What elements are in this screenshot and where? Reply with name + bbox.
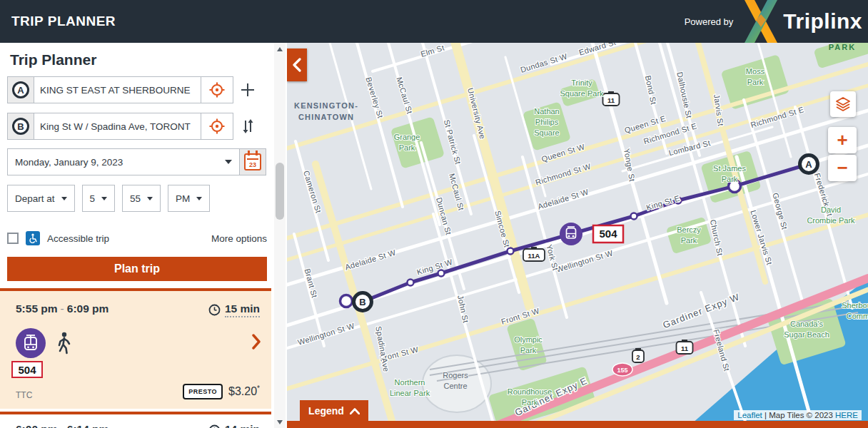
chevron-left-icon [292,58,302,72]
swap-od-button[interactable] [233,113,262,140]
map-label: Park [522,398,538,407]
calendar-button[interactable]: 23 [239,149,266,175]
map-marker-b-label[interactable]: B [359,297,365,307]
highway-shield-label: 11 [607,96,615,104]
map-label: Roundhouse [508,387,552,396]
map-label: PARK [829,43,856,51]
minute-select[interactable]: 55 [122,185,161,212]
map-label: Linear Park [390,389,430,397]
fare-amount: $3.20* [228,384,260,398]
layers-icon [834,96,852,113]
app-title: TRIP PLANNER [11,14,116,29]
fare-info: PRESTO $3.20* [183,384,260,399]
crosshair-icon [208,81,226,98]
map-label: Park [681,236,697,245]
app-header: TRIP PLANNER Powered by Triplinx [0,0,868,43]
origin-row: A [7,76,262,103]
map-label: Rogers [443,371,468,379]
depart-mode-value: Depart at [15,193,55,204]
map-marker-a-label[interactable]: A [805,159,812,170]
chevron-right-icon [251,334,261,350]
trip-times: 6:00 pm-6:14 pm [16,423,108,428]
time-row: Depart at 5 55 PM [7,185,210,212]
hour-select[interactable]: 5 [82,185,116,212]
map-label: Park [520,346,537,355]
zoom-in-button[interactable]: + [828,127,857,153]
accessible-checkbox[interactable] [7,233,19,244]
trip-times: 5:55 pm-6:09 pm [16,302,108,315]
highway-shield-label: 2 [636,353,640,361]
open-trip-chevron[interactable] [251,334,261,352]
meridiem-select[interactable]: PM [168,185,210,212]
origin-field-group: A [7,76,233,103]
highway-shield-crown [682,340,687,342]
chevron-up-icon [350,408,360,414]
chevron-down-icon [101,197,107,200]
map-canvas[interactable]: 1111A112155504ABElm StEdward StDundas St… [287,43,868,428]
highway-shield-crown [531,247,537,250]
depart-mode-select[interactable]: Depart at [7,185,75,212]
map-label: KENSINGTON- [294,101,358,110]
map-label: Common [847,312,868,320]
agency-label: TTC [16,390,32,400]
trip-result-card[interactable]: 6:00 pm-6:14 pm 14 min [0,412,271,428]
origin-locate-button[interactable] [201,77,233,103]
highway-shield-crown [608,91,614,94]
route-number-badge: 504 [11,361,43,378]
sidebar-scrollbar[interactable] [274,43,286,428]
destination-field-group: B [7,113,233,140]
map-layers-button[interactable] [830,91,856,117]
origin-input[interactable] [34,77,201,103]
trip-duration: 15 min [208,302,260,317]
accessible-label: Accessible trip [47,233,109,244]
collapse-sidebar-button[interactable] [287,49,307,81]
route-endpoint-marker [340,295,353,307]
chevron-down-icon [61,197,67,200]
highway-shield-label: 11 [681,345,689,352]
scrollbar-thumb[interactable] [276,163,284,220]
map-attribution: Leaflet | Map Tiles © 2023 HERE [734,410,862,420]
chevron-down-icon [225,160,232,164]
trip-planner-app: TRIP PLANNER Powered by Triplinx Tr [0,0,868,428]
triplinx-logo-icon [743,0,779,43]
map-label: Sherbourne [842,301,868,310]
here-link[interactable]: HERE [835,411,858,419]
map-label: CHINATOWN [298,113,354,121]
map-label: Square Park [560,89,604,98]
map-label: Nathan [534,107,559,116]
plus-icon [239,81,256,98]
add-waypoint-button[interactable] [233,76,262,103]
date-select[interactable]: Monday, January 9, 2023 23 [7,148,266,175]
presto-badge: PRESTO [183,384,223,399]
map-label: Park [722,175,738,183]
destination-b-icon: B [12,118,29,135]
map-tiles: 1111A112155504ABElm StEdward StDundas St… [287,43,868,428]
map-label: Park [399,143,415,152]
chevron-down-icon [196,197,202,200]
map-label: Olympic [514,335,542,344]
map-label: Grange [394,133,420,141]
legend-panel-edge [287,421,868,428]
map-route-badge-label[interactable]: 504 [599,228,617,240]
map-label: Sugar Beach [784,330,829,339]
trip-duration: 14 min [208,423,260,428]
streetcar-icon [568,235,570,238]
map-label: Canada's [790,320,824,328]
highway-shield-label: 11A [528,252,540,260]
trip-result-card[interactable]: 5:55 pm-6:09 pm 15 min [0,288,271,409]
plan-trip-button[interactable]: Plan trip [7,257,267,281]
scroll-up-button[interactable] [274,43,286,55]
map-label: Northern [395,378,425,387]
destination-locate-button[interactable] [201,113,233,139]
chevron-down-icon [147,197,153,200]
hour-value: 5 [90,193,96,204]
legend-button[interactable]: Legend [300,400,368,422]
scroll-down-button[interactable] [274,416,286,428]
leaflet-link[interactable]: Leaflet [737,411,762,419]
wheelchair-icon [26,231,40,245]
destination-input[interactable] [34,113,201,139]
highway-shield-label: 155 [617,367,627,374]
zoom-out-button[interactable]: − [828,155,857,181]
more-options-link[interactable]: More options [211,233,267,244]
streetcar-icon [572,235,575,238]
